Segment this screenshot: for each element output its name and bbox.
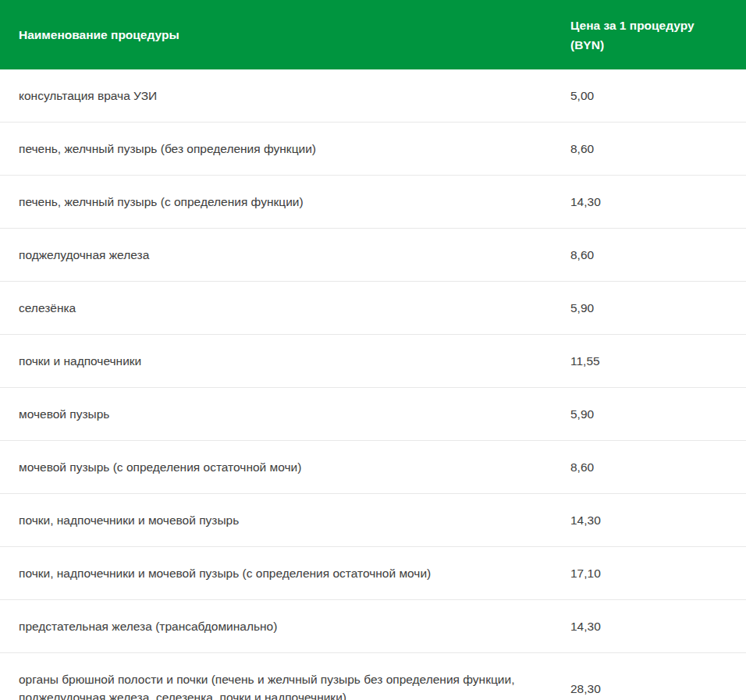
procedure-name: консультация врача УЗИ [0,87,570,105]
table-row: почки и надпочечники 11,55 [0,334,746,387]
table-row: органы брюшной полости и почки (печень и… [0,652,746,700]
procedure-name: поджелудочная железа [0,246,570,264]
table-row: поджелудочная железа 8,60 [0,228,746,281]
price-table: Наименование процедуры Цена за 1 процеду… [0,0,746,700]
procedure-name: почки, надпочечники и мочевой пузырь (с … [0,564,570,582]
table-row: печень, желчный пузырь (с определения фу… [0,175,746,228]
procedure-price: 5,90 [570,299,746,317]
procedure-name: селезёнка [0,299,570,317]
header-procedure-name-column: Наименование процедуры [0,25,570,44]
table-row: консультация врача УЗИ 5,00 [0,69,746,122]
table-header-row: Наименование процедуры Цена за 1 процеду… [0,0,746,69]
procedure-price: 8,60 [570,458,746,476]
procedure-price: 8,60 [570,140,746,158]
table-row: селезёнка 5,90 [0,281,746,334]
table-row: мочевой пузырь 5,90 [0,387,746,440]
table-body: консультация врача УЗИ 5,00 печень, желч… [0,69,746,700]
procedure-price: 14,30 [570,617,746,635]
table-row: печень, желчный пузырь (без определения … [0,122,746,175]
procedure-price: 8,60 [570,246,746,264]
procedure-price: 28,30 [570,680,746,698]
table-row: почки, надпочечники и мочевой пузырь 14,… [0,493,746,546]
table-row: мочевой пузырь (с определения остаточной… [0,440,746,493]
procedure-price: 17,10 [570,564,746,582]
procedure-price: 5,90 [570,405,746,423]
procedure-name: органы брюшной полости и почки (печень и… [0,670,570,700]
procedure-price: 11,55 [570,352,746,370]
procedure-price: 14,30 [570,511,746,529]
procedure-name: мочевой пузырь (с определения остаточной… [0,458,570,476]
table-row: почки, надпочечники и мочевой пузырь (с … [0,546,746,599]
procedure-name: почки, надпочечники и мочевой пузырь [0,511,570,529]
procedure-name: предстательная железа (трансабдоминально… [0,617,570,635]
table-row: предстательная железа (трансабдоминально… [0,599,746,652]
header-price-column: Цена за 1 процедуру (BYN) [570,16,746,55]
procedure-name: мочевой пузырь [0,405,570,423]
procedure-name: печень, желчный пузырь (с определения фу… [0,193,570,211]
procedure-price: 14,30 [570,193,746,211]
procedure-name: почки и надпочечники [0,352,570,370]
procedure-price: 5,00 [570,87,746,105]
procedure-name: печень, желчный пузырь (без определения … [0,140,570,158]
